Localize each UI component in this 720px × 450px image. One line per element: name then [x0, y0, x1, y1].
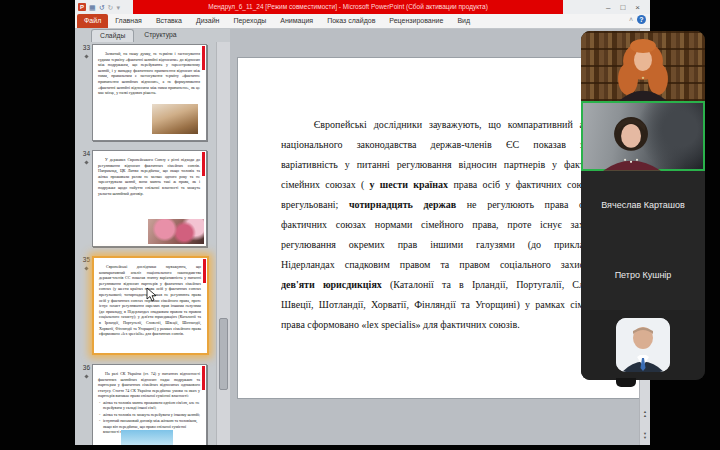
word: осіб — [483, 179, 501, 190]
thumbnail-bullet: жінка та чоловік не можуть перебувати у … — [98, 412, 200, 417]
animation-star-icon — [84, 54, 88, 58]
ribbon-tab-7[interactable]: Показ слайдов — [320, 14, 382, 28]
word: союзах — [336, 219, 366, 230]
word: сімейних — [281, 179, 320, 190]
word: спадковим — [345, 259, 390, 270]
slide-text-line: варіативністьупитаннірегулюваннявідносин… — [281, 159, 584, 179]
participant-photo — [581, 101, 705, 171]
ribbon-tab-6[interactable]: Анимация — [273, 14, 320, 28]
slides-panel-tabs: Слайды Структура × — [75, 29, 230, 42]
powerpoint-window: P ▦ ↺ ↻ ▾ Мендрул_6_11_24 [Режим совмест… — [75, 0, 650, 445]
mouse-cursor-icon — [146, 287, 157, 302]
word: та — [461, 299, 470, 310]
word: юрисдикціях — [323, 279, 382, 290]
slides-panel-scroll-thumb[interactable] — [219, 318, 228, 390]
thumbnail-body: У державах Європейського Союзу є різні п… — [98, 157, 200, 196]
word: у — [370, 179, 375, 190]
thumbnail-image-pink-flowers — [148, 219, 204, 244]
slides-panel-scrollbar[interactable] — [216, 42, 230, 445]
slide-thumbnail[interactable]: У державах Європейського Союзу є різні п… — [92, 150, 207, 247]
slide-text-line: Швеції,Шотландії,Хорватії,ФінляндіїтаУго… — [281, 299, 584, 319]
ribbon-tab-1[interactable]: Файл — [77, 14, 108, 28]
undo-icon[interactable]: ↺ — [99, 4, 105, 11]
slide-text-line: регулюванняокремихправіншимигалузями(доп… — [281, 239, 584, 259]
ribbon-tab-9[interactable]: Вид — [450, 14, 477, 28]
word: ( — [361, 179, 364, 190]
word: регулюють — [487, 199, 534, 210]
word: сімейного — [421, 219, 464, 230]
qat-dropdown-icon[interactable]: ▾ — [116, 4, 120, 11]
slide-number: 34 — [75, 150, 90, 158]
ribbon-tab-3[interactable]: Вставка — [149, 14, 189, 28]
word: держав-членів — [431, 139, 492, 150]
word: та — [440, 259, 449, 270]
word: відносин — [459, 159, 497, 170]
ribbon-tab-8[interactable]: Рецензирование — [382, 14, 450, 28]
slide-thumbnail-slot: 34У державах Європейського Союзу є різні… — [75, 150, 216, 247]
close-button[interactable]: × — [635, 3, 640, 12]
word: правом — [459, 259, 490, 270]
word: національного — [281, 139, 343, 150]
word: законодавства — [357, 139, 417, 150]
thumbnail-bullet: жінка та чоловік мають проживати однією … — [98, 400, 200, 411]
ribbon-tab-4[interactable]: Дизайн — [189, 14, 227, 28]
participant-name-tile[interactable]: Вячеслав Карташов — [581, 171, 705, 241]
slide-text-line: Нідерландахспадковимправомтаправомсоціал… — [281, 259, 584, 279]
help-icon[interactable]: ? — [637, 15, 646, 24]
maximize-button[interactable]: □ — [620, 3, 625, 12]
word: для — [423, 319, 438, 330]
word: зауважують, — [429, 119, 482, 130]
word: права — [453, 179, 477, 190]
save-icon[interactable]: ▦ — [89, 4, 96, 11]
ribbon-collapse-icon[interactable]: ˄ — [629, 16, 633, 23]
workspace: Слайды Структура × 33Зазвичай, на нашу д… — [75, 29, 650, 445]
word: у — [505, 179, 510, 190]
word: регулювання — [397, 159, 452, 170]
tab-slides[interactable]: Слайды — [91, 29, 134, 42]
next-slide-button[interactable]: ▼▼ — [640, 432, 650, 443]
redo-icon[interactable]: ↻ — [108, 4, 114, 11]
animation-star-icon — [84, 266, 88, 270]
tab-outline[interactable]: Структура — [136, 29, 184, 42]
participant-avatar-tile[interactable] — [581, 310, 705, 380]
word: прикла — [554, 239, 584, 250]
word: фактичних — [281, 219, 327, 230]
powerpoint-icon[interactable]: P — [78, 3, 86, 11]
meeting-panel-handle[interactable] — [616, 378, 636, 387]
word: дев'яти — [281, 279, 315, 290]
word: галузями — [476, 239, 515, 250]
slide-text-block: Європейськідослідникизауважують,щокомпар… — [281, 119, 584, 339]
participant-video-woman-red-hair[interactable] — [581, 31, 705, 101]
participant-name: Петро Кушнір — [615, 270, 672, 280]
word: союзах — [325, 179, 355, 190]
participant-name-tile[interactable]: Петро Кушнір — [581, 240, 705, 310]
slide-thumbnail[interactable]: Європейські дослідники зауважують, що ко… — [92, 256, 209, 355]
minimize-button[interactable]: – — [606, 3, 610, 12]
thumbnail-body: На разі СК України (ст. 74) у питаннях в… — [98, 371, 200, 434]
slide-thumbnail[interactable]: На разі СК України (ст. 74) у питаннях в… — [92, 364, 207, 445]
window-controls: – □ × — [563, 0, 650, 14]
current-slide-canvas[interactable]: Європейськідослідникизауважують,щокомпар… — [237, 57, 640, 399]
word: (Каталонії — [390, 279, 434, 290]
word: сформовано — [307, 319, 359, 330]
word: дослідники — [374, 119, 423, 130]
thumbnail-image-beach-hands — [121, 430, 173, 445]
thumbnail-text: У державах Європейського Союзу є різні п… — [98, 157, 200, 196]
slide-accent-bar — [202, 366, 205, 390]
word: права — [545, 199, 569, 210]
slide-thumbnail[interactable]: Зазвичай, на нашу думку, не терміни і за… — [92, 44, 207, 141]
thumbnail-image-warm-table — [152, 104, 198, 134]
participant-video-woman-dark-hair-active-speaker[interactable] — [581, 101, 705, 171]
ribbon-right-controls: ˄ ? — [629, 15, 646, 24]
word: компаративний — [508, 119, 573, 130]
word: Шотландії, — [319, 299, 366, 310]
ribbon-tab-row: ФайлГлавнаяВставкаДизайнПереходыАнимация… — [75, 14, 650, 29]
word: держав — [423, 199, 456, 210]
slide-accent-bar — [203, 259, 206, 283]
previous-slide-button[interactable]: ▲▲ — [640, 410, 650, 421]
ribbon-tab-5[interactable]: Переходы — [226, 14, 273, 28]
slide-number-column: 36 — [75, 364, 92, 445]
slide-text-line: фактичнихсоюзахнормамисімейногоправа,про… — [281, 219, 584, 239]
word: прав — [398, 239, 418, 250]
ribbon-tab-2[interactable]: Главная — [108, 14, 149, 28]
